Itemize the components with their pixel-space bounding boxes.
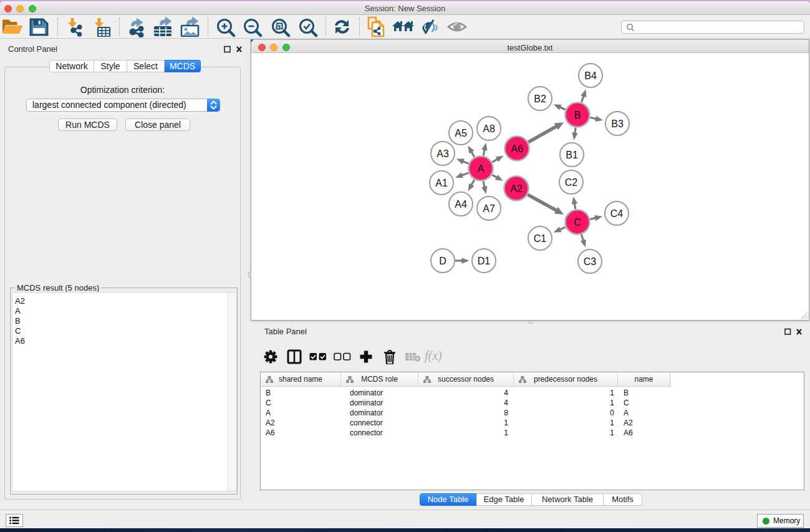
svg-text:A8: A8 [483, 123, 495, 134]
svg-text:B3: B3 [611, 118, 624, 129]
svg-text:C4: C4 [610, 208, 624, 219]
svg-text:B1: B1 [566, 150, 578, 160]
svg-text:B2: B2 [534, 94, 546, 104]
svg-text:A4: A4 [455, 199, 467, 210]
svg-text:C2: C2 [565, 177, 578, 188]
svg-text:A1: A1 [435, 178, 448, 188]
svg-text:C1: C1 [534, 233, 547, 244]
svg-text:A6: A6 [511, 143, 523, 154]
svg-text:A: A [478, 163, 485, 174]
svg-text:B4: B4 [584, 70, 597, 81]
svg-text:A5: A5 [455, 128, 467, 138]
svg-text:D: D [439, 256, 446, 266]
svg-text:D1: D1 [478, 256, 491, 266]
svg-text:A3: A3 [436, 148, 449, 159]
svg-text:B: B [574, 110, 581, 120]
svg-text:A2: A2 [510, 183, 523, 194]
svg-text:C: C [574, 217, 581, 228]
svg-text:A7: A7 [483, 203, 495, 214]
svg-text:C3: C3 [584, 256, 597, 267]
